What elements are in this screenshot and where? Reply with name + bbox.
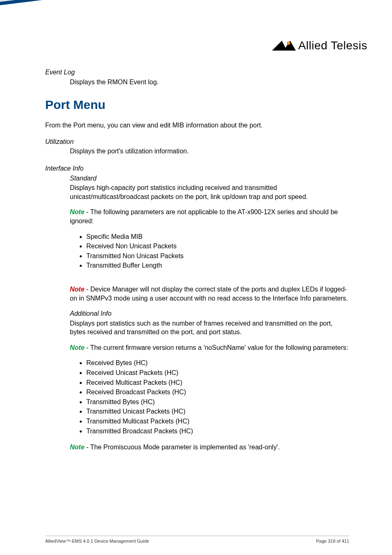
list-item: Specific Media MIB bbox=[86, 232, 349, 241]
list-item: Transmitted Non Unicast Packets bbox=[86, 252, 349, 261]
standard-note1: Note - The following parameters are not … bbox=[70, 208, 349, 225]
utilization-def: Displays the port's utilization informat… bbox=[70, 147, 349, 156]
allied-telesis-mark-icon bbox=[272, 40, 296, 51]
additional-note1-list: Received Bytes (HC) Received Unicast Pac… bbox=[86, 358, 349, 435]
standard-note1-list: Specific Media MIB Received Non Unicast … bbox=[86, 232, 349, 270]
list-item: Transmitted Unicast Packets (HC) bbox=[86, 407, 349, 416]
additional-def: Displays port statistics such as the num… bbox=[70, 319, 349, 337]
page-content: Event Log Displays the RMON Event log. P… bbox=[45, 68, 349, 458]
note-text: - The following parameters are not appli… bbox=[70, 208, 338, 224]
note-text: - The current firmware version returns a… bbox=[85, 344, 348, 351]
note-text: - The Promiscuous Mode parameter is impl… bbox=[85, 444, 280, 451]
list-item: Received Multicast Packets (HC) bbox=[86, 378, 349, 387]
list-item: Received Bytes (HC) bbox=[86, 358, 349, 368]
list-item: Received Unicast Packets (HC) bbox=[86, 368, 349, 377]
list-item: Transmitted Bytes (HC) bbox=[86, 398, 349, 407]
event-log-def: Displays the RMON Event log. bbox=[70, 78, 349, 87]
list-item: Received Broadcast Packets (HC) bbox=[86, 388, 349, 397]
additional-term: Additional Info bbox=[70, 309, 349, 318]
list-item: Transmitted Multicast Packets (HC) bbox=[86, 417, 349, 426]
list-item: Transmitted Buffer Length bbox=[86, 261, 349, 270]
brand-logo: Allied Telesis bbox=[272, 39, 367, 52]
note-label: Note bbox=[70, 344, 85, 351]
note-label: Note bbox=[70, 208, 85, 215]
footer-left: AlliedView™-EMS 4.0.1 Device Management … bbox=[45, 539, 149, 543]
list-item: Received Non Unicast Packets bbox=[86, 242, 349, 251]
footer-right: Page 318 of 411 bbox=[316, 539, 349, 543]
page-header: Allied Telesis bbox=[0, 0, 392, 70]
additional-note2: Note - The Promiscuous Mode parameter is… bbox=[70, 443, 349, 452]
standard-def: Displays high-capacity port statistics i… bbox=[70, 183, 349, 201]
standard-note2: Note - Device Manager will not display t… bbox=[70, 285, 349, 303]
section-intro: From the Port menu, you can view and edi… bbox=[45, 121, 349, 130]
brand-logo-text: Allied Telesis bbox=[298, 39, 367, 52]
event-log-term: Event Log bbox=[45, 68, 349, 77]
page-footer: AlliedView™-EMS 4.0.1 Device Management … bbox=[45, 536, 349, 543]
standard-term: Standard bbox=[70, 174, 349, 183]
list-item: Transmitted Broadcast Packets (HC) bbox=[86, 427, 349, 436]
utilization-term: Utilization bbox=[45, 137, 349, 146]
note-label: Note bbox=[70, 286, 85, 293]
additional-note1: Note - The current firmware version retu… bbox=[70, 343, 349, 352]
svg-point-2 bbox=[287, 42, 290, 45]
note-text: - Device Manager will not display the co… bbox=[70, 286, 348, 302]
note-label: Note bbox=[70, 444, 85, 451]
interface-info-term: Interface Info bbox=[45, 164, 349, 173]
section-heading: Port Menu bbox=[45, 98, 349, 112]
